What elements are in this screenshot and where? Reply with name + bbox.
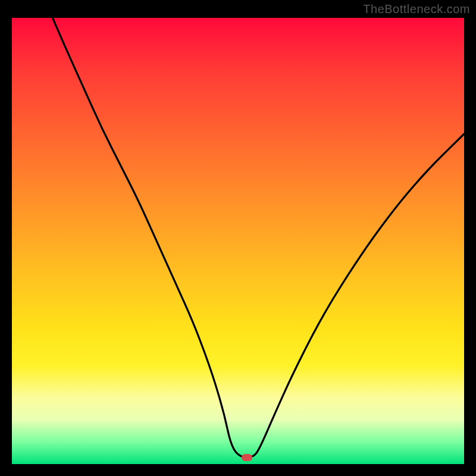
bottleneck-marker	[242, 454, 252, 461]
plot-area	[12, 18, 464, 464]
bottleneck-curve	[12, 18, 464, 464]
curve-path	[52, 18, 464, 458]
watermark-text: TheBottleneck.com	[363, 2, 470, 16]
chart-frame: TheBottleneck.com	[0, 0, 476, 476]
